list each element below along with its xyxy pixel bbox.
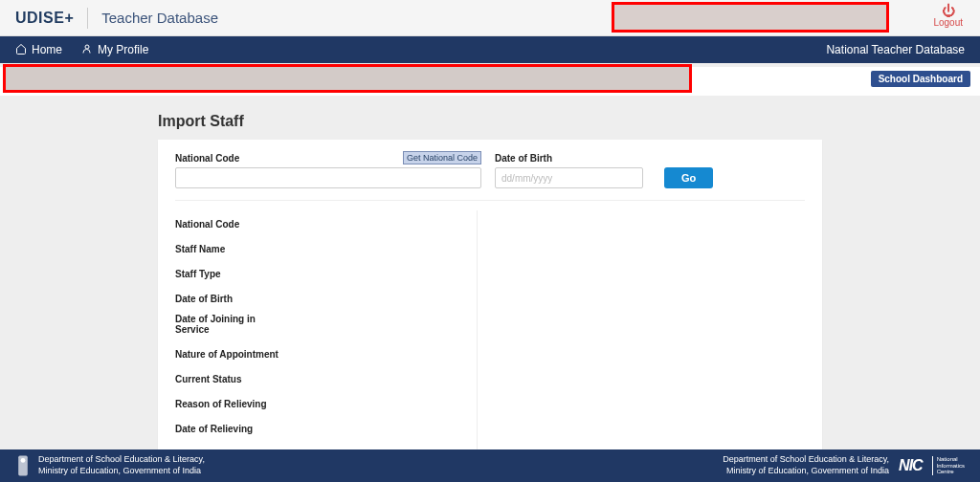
school-dashboard-button[interactable]: School Dashboard	[871, 71, 970, 87]
detail-row: Date of Birth	[175, 285, 477, 310]
detail-label: Current Status	[175, 374, 241, 384]
content-wrap: Import Staff National Code Get National …	[158, 113, 822, 482]
nic-sub: National Informatics Centre	[932, 456, 965, 475]
detail-label: Staff Type	[175, 269, 221, 279]
nic-sub1: National	[937, 456, 965, 463]
user-icon	[81, 43, 93, 57]
power-icon: ⏻	[933, 4, 963, 17]
footer-right: Department of School Education & Literac…	[723, 454, 965, 476]
emblem-icon	[15, 454, 31, 477]
page-title: Import Staff	[158, 113, 822, 130]
detail-label: Nature of Appointment	[175, 349, 278, 360]
redacted-header-box	[612, 2, 889, 33]
detail-row: Staff Type	[175, 260, 477, 285]
detail-row: Current Status	[175, 365, 477, 390]
detail-label: Date of Relieving	[175, 424, 253, 434]
nic-sub2: Informatics	[937, 463, 965, 470]
detail-label: Date of Birth	[175, 294, 233, 304]
nic-logo: NIC	[899, 457, 923, 474]
subheader: School Dashboard	[0, 67, 980, 96]
footer-left: Department of School Education & Literac…	[15, 454, 205, 477]
get-national-code-button[interactable]: Get National Code	[403, 151, 481, 164]
footer-dept-line1: Department of School Education & Literac…	[38, 454, 205, 466]
svg-point-0	[85, 45, 89, 49]
national-code-input[interactable]	[175, 167, 481, 188]
detail-label: Date of Joining in Service	[175, 314, 290, 335]
nav-home[interactable]: Home	[15, 43, 62, 57]
detail-row: Reason of Relieving	[175, 390, 477, 415]
footer-dept-line2: Ministry of Education, Government of Ind…	[38, 466, 205, 477]
detail-section: National Code Staff Name Staff Type Date…	[175, 200, 805, 482]
nav-right-text: National Teacher Database	[826, 43, 965, 56]
form-row: National Code Get National Code Date of …	[175, 153, 805, 200]
detail-row: Nature of Appointment	[175, 340, 477, 365]
dob-input[interactable]	[495, 167, 643, 188]
go-button[interactable]: Go	[664, 167, 713, 188]
detail-row: Date of Joining in Service	[175, 310, 477, 340]
footer-text-left: Department of School Education & Literac…	[38, 454, 205, 476]
nav-home-label: Home	[32, 43, 62, 56]
detail-row: Date of Relieving	[175, 415, 477, 440]
header-top: UDISE+ Teacher Database ⏻ Logout	[0, 0, 980, 36]
national-code-group: National Code Get National Code	[175, 153, 481, 188]
footer-dept-line2-r: Ministry of Education, Government of Ind…	[723, 466, 889, 477]
udise-logo: UDISE+	[15, 10, 74, 27]
detail-label: National Code	[175, 219, 239, 230]
nav-left: Home My Profile	[15, 43, 148, 57]
navbar: Home My Profile National Teacher Databas…	[0, 36, 980, 63]
footer-dept-line1-r: Department of School Education & Literac…	[723, 454, 889, 466]
nic-sub3: Centre	[937, 469, 965, 475]
detail-label: Reason of Relieving	[175, 399, 267, 409]
main: Import Staff National Code Get National …	[0, 96, 980, 482]
nav-profile[interactable]: My Profile	[81, 43, 148, 57]
svg-point-2	[21, 458, 26, 463]
detail-column-left: National Code Staff Name Staff Type Date…	[175, 210, 478, 482]
logout-label: Logout	[933, 17, 963, 28]
import-staff-card: National Code Get National Code Date of …	[158, 140, 822, 482]
detail-row: National Code	[175, 210, 477, 235]
dob-group: Date of Birth	[495, 153, 643, 188]
logo-area: UDISE+ Teacher Database	[15, 8, 218, 29]
divider	[87, 8, 88, 29]
detail-label: Staff Name	[175, 244, 225, 254]
footer: Department of School Education & Literac…	[0, 449, 980, 482]
home-icon	[15, 43, 27, 57]
app-title: Teacher Database	[101, 10, 218, 26]
dob-label: Date of Birth	[495, 153, 643, 164]
detail-row: Staff Name	[175, 235, 477, 260]
footer-text-right: Department of School Education & Literac…	[723, 454, 889, 476]
redacted-subheader-box	[3, 64, 692, 93]
logout-button[interactable]: ⏻ Logout	[933, 4, 963, 28]
nav-profile-label: My Profile	[98, 43, 148, 56]
